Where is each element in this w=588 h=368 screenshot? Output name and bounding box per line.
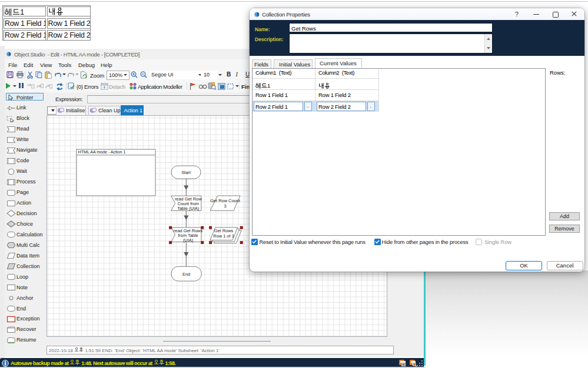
svg-text:Table (UIA): Table (UIA) [177, 206, 199, 211]
svg-text:Get Row Count: Get Row Count [210, 198, 240, 203]
svg-text:HTML AA mode - Action 1: HTML AA mode - Action 1 [78, 149, 126, 155]
svg-text:Get Rows: Get Rows [214, 228, 234, 233]
svg-text:Row 1 of 3: Row 1 of 3 [213, 233, 234, 239]
svg-text:3: 3 [224, 203, 226, 209]
svg-text:(UIA): (UIA) [183, 237, 193, 243]
svg-text:End: End [182, 272, 190, 277]
svg-text:Start: Start [181, 170, 191, 175]
